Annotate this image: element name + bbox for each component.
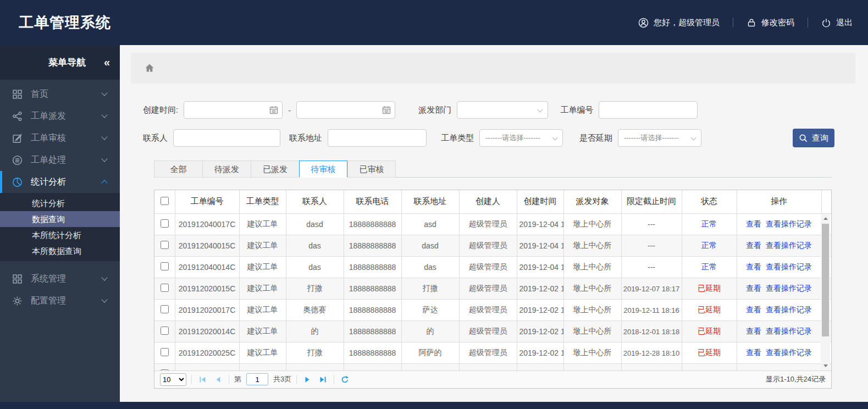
collapse-sidebar-icon[interactable]: « [104, 56, 109, 69]
view-log-link[interactable]: 查看操作记录 [766, 348, 812, 357]
row-checkbox[interactable] [161, 241, 169, 249]
view-log-link[interactable]: 查看操作记录 [766, 305, 812, 314]
order-no-input[interactable] [599, 101, 698, 119]
create-time-start-input[interactable] [184, 101, 283, 119]
search-button[interactable]: 查询 [793, 129, 834, 147]
order-type-value: -------请选择------- [485, 133, 540, 143]
sidebar-item-config[interactable]: 配置管理 [0, 290, 120, 312]
create-time-label: 创建时间: [143, 105, 178, 115]
table-body: 201912040017C 建议工单 dasd 18888888888 asd … [154, 214, 831, 371]
row-checkbox[interactable] [161, 284, 169, 292]
view-link[interactable]: 查看 [746, 241, 761, 250]
view-link[interactable]: 查看 [746, 348, 761, 357]
separator [733, 18, 733, 27]
separator [808, 18, 808, 27]
chevron-down-icon [101, 90, 107, 96]
col-actions: 操作 [737, 190, 821, 213]
change-password-link[interactable]: 修改密码 [747, 18, 794, 28]
submenu-item-statistics[interactable]: 统计分析 [0, 195, 120, 211]
cell-creator: 超级管理员 [459, 342, 517, 364]
date-range-separator: - [288, 106, 291, 115]
total-pages: 共3页 [273, 374, 291, 384]
power-icon [821, 18, 831, 27]
statistics-submenu: 统计分析 数据查询 本所统计分析 本所数据查询 [0, 193, 120, 261]
view-link[interactable]: 查看 [746, 219, 761, 228]
view-log-link[interactable]: 查看操作记录 [766, 262, 812, 271]
view-log-link[interactable]: 查看操作记录 [766, 241, 812, 250]
status-badge: 正常 [701, 262, 717, 271]
next-page-button[interactable] [302, 373, 313, 385]
page-size-select[interactable]: 10 [160, 373, 186, 386]
row-checkbox[interactable] [161, 327, 169, 335]
row-checkbox[interactable] [161, 348, 169, 356]
view-log-link[interactable]: 查看操作记录 [766, 219, 812, 228]
first-page-button[interactable] [197, 373, 208, 385]
cell-target: 墩上中心所 [563, 257, 621, 278]
lock-icon [747, 18, 756, 27]
row-checkbox[interactable] [161, 305, 169, 313]
col-order-no: 工单编号 [175, 190, 239, 213]
tab-reviewed[interactable]: 已审核 [347, 161, 396, 178]
sidebar-item-home[interactable]: 首页 [0, 83, 120, 105]
prev-page-button[interactable] [213, 373, 224, 385]
submenu-item-data-query[interactable]: 数据查询 [0, 211, 120, 227]
page-number-input[interactable] [246, 373, 268, 385]
separator [191, 375, 192, 384]
separator [229, 375, 229, 384]
tab-all[interactable]: 全部 [154, 161, 202, 178]
sidebar: 菜单导航 « 首页 工单派发 工单审核 [0, 45, 120, 402]
tab-to-dispatch[interactable]: 待派发 [202, 161, 251, 178]
refresh-button[interactable] [339, 373, 350, 385]
select-all-cell [154, 190, 175, 213]
delay-label: 是否延期 [579, 133, 612, 143]
dispatch-dept-select[interactable] [457, 101, 548, 119]
sidebar-item-system[interactable]: 系统管理 [0, 268, 120, 290]
row-checkbox[interactable] [161, 219, 169, 228]
home-icon[interactable] [144, 63, 155, 74]
order-type-select[interactable]: -------请选择------- [479, 129, 563, 147]
submenu-item-local-data-query[interactable]: 本所数据查询 [0, 243, 120, 259]
cell-status: 已延期 [682, 300, 737, 321]
row-checkbox[interactable] [161, 262, 169, 270]
sidebar-item-process[interactable]: 工单处理 [0, 149, 120, 171]
row-checkbox[interactable] [161, 369, 169, 371]
view-log-link[interactable]: 查看操作记录 [766, 284, 812, 292]
table-row: 201912020017C 建议工单 奥德赛 18888888888 萨达 超级… [154, 300, 831, 321]
select-all-checkbox[interactable] [161, 197, 169, 205]
separator [334, 375, 334, 384]
sidebar-item-review[interactable]: 工单审核 [0, 127, 120, 149]
view-link[interactable]: 查看 [746, 284, 761, 292]
user-greeting[interactable]: 您好，超级管理员 [638, 18, 720, 28]
sidebar-item-dispatch[interactable]: 工单派发 [0, 105, 120, 127]
table-row-partial [154, 364, 831, 371]
last-page-button[interactable] [318, 373, 329, 385]
calendar-icon[interactable] [269, 105, 279, 115]
col-deadline: 限定截止时间 [621, 190, 682, 213]
view-log-link[interactable]: 查看操作记录 [766, 327, 812, 335]
scroll-up-arrow[interactable] [821, 214, 830, 223]
calendar-icon[interactable] [382, 105, 391, 115]
dispatch-dept-label: 派发部门 [418, 105, 451, 115]
view-link[interactable]: 查看 [746, 305, 761, 314]
address-input[interactable] [328, 129, 427, 147]
row-check-cell [154, 321, 175, 342]
work-order-system-page: 工单管理系统 您好，超级管理员 修改密码 退出 菜单导航 « [0, 0, 868, 409]
create-time-end-input[interactable] [296, 101, 395, 119]
tab-dispatched[interactable]: 已派发 [251, 161, 299, 178]
sidebar-item-statistics[interactable]: 统计分析 [0, 171, 120, 193]
contact-input[interactable] [173, 129, 280, 147]
tab-to-review[interactable]: 待审核 [299, 161, 347, 178]
cell-order-no: 201912020017C [175, 300, 239, 321]
submenu-item-local-statistics[interactable]: 本所统计分析 [0, 227, 120, 243]
delay-select[interactable]: -------请选择------- [618, 129, 701, 147]
view-link[interactable]: 查看 [746, 327, 761, 335]
scrollbar-thumb[interactable] [822, 224, 829, 336]
scroll-down-arrow[interactable] [821, 361, 830, 370]
contact-label: 联系人 [143, 133, 168, 143]
cell-address: 萨达 [401, 300, 459, 321]
cell-order-type: 建议工单 [239, 235, 286, 257]
cell-deadline: --- [621, 214, 682, 235]
top-bar: 工单管理系统 您好，超级管理员 修改密码 退出 [0, 0, 868, 45]
view-link[interactable]: 查看 [746, 262, 761, 271]
logout-link[interactable]: 退出 [821, 18, 853, 28]
